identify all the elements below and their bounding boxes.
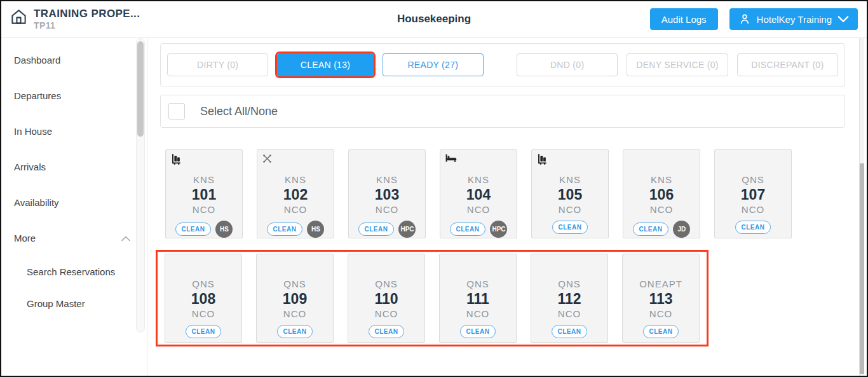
filter-deny-service[interactable]: DENY SERVICE (0) [627, 53, 728, 76]
luggage-cart-icon [170, 153, 182, 165]
sidebar-item-group-master[interactable]: Group Master [1, 287, 147, 319]
room-card[interactable]: QNS 112 NCO CLEAN [531, 254, 608, 343]
room-card[interactable]: KNS 106 NCO CLEAN JD [623, 149, 700, 238]
room-type: QNS [715, 174, 791, 185]
user-menu-button[interactable]: HotelKey Training [729, 8, 858, 30]
room-rate-plan: NCO [257, 308, 333, 319]
maintenance-icon [262, 153, 273, 164]
main-scrollbar[interactable] [859, 38, 864, 376]
sidebar-item-dashboard[interactable]: Dashboard [1, 42, 147, 78]
room-status-badge: CLEAN [460, 325, 496, 338]
sidebar-item-more[interactable]: More [1, 220, 147, 256]
room-status-badge: CLEAN [450, 223, 486, 236]
room-status-badge: CLEAN [175, 223, 212, 236]
room-card[interactable]: KNS 105 NCO CLEAN [531, 149, 609, 238]
home-icon [10, 8, 27, 28]
sidebar-item-label: Search Reservations [27, 266, 115, 277]
sidebar-item-label: Dashboard [14, 55, 60, 65]
room-number: 103 [349, 186, 425, 203]
select-all-label: Select All/None [200, 105, 278, 118]
room-card[interactable]: KNS 102 NCO CLEAN HS [257, 149, 334, 238]
room-number: 108 [165, 291, 241, 308]
page-title: Housekeeping [397, 13, 471, 25]
filter-discrepant[interactable]: DISCREPANT (0) [737, 53, 838, 76]
main-scrollbar-thumb[interactable] [860, 163, 864, 374]
sidebar-item-label: Arrivals [14, 161, 46, 172]
room-card[interactable]: ONEAPT 113 NCO CLEAN [622, 254, 700, 343]
selected-rooms-highlight: QNS 108 NCO CLEAN QNS 109 NCO CLEAN QNS … [156, 250, 709, 346]
sidebar-item-in-house[interactable]: In House [1, 113, 147, 149]
room-rate-plan: NCO [623, 204, 700, 215]
room-status-badge: CLEAN [358, 223, 395, 236]
room-card[interactable]: QNS 108 NCO CLEAN [165, 254, 242, 343]
sidebar-scrollbar-thumb[interactable] [137, 41, 144, 137]
sidebar-item-search-reservations[interactable]: Search Reservations [1, 256, 147, 287]
room-number: 113 [623, 291, 699, 308]
room-card[interactable]: QNS 110 NCO CLEAN [348, 254, 425, 343]
room-number: 105 [532, 186, 608, 203]
room-grid: KNS 101 NCO CLEAN HS KNS 102 NCO CLEAN H… [160, 149, 845, 346]
room-card[interactable]: QNS 107 NCO CLEAN [714, 149, 792, 238]
room-type: KNS [440, 174, 517, 185]
attendant-badge: HPC [490, 221, 507, 238]
property-name: TRAINING PROPE... [34, 7, 140, 20]
room-card[interactable]: QNS 111 NCO CLEAN [439, 254, 517, 343]
room-rate-plan: NCO [349, 204, 425, 215]
select-all-bar: Select All/None [160, 95, 845, 128]
filter-dnd[interactable]: DND (0) [517, 53, 618, 76]
room-number: 110 [348, 291, 424, 308]
room-rate-plan: NCO [531, 308, 607, 319]
room-type: KNS [623, 174, 700, 185]
room-number: 111 [440, 291, 516, 308]
attendant-badge: HS [215, 221, 233, 238]
room-status-badge: CLEAN [369, 325, 405, 338]
room-card[interactable]: KNS 103 NCO CLEAN HPC [348, 149, 426, 238]
filter-dirty[interactable]: DIRTY (0) [167, 53, 268, 76]
sidebar-item-label: Departures [14, 90, 61, 101]
room-status-badge: CLEAN [643, 325, 679, 338]
room-type: KNS [257, 174, 334, 185]
sidebar-item-label: Group Master [27, 298, 85, 309]
filter-clean[interactable]: CLEAN (13) [277, 53, 373, 76]
room-type: QNS [531, 278, 607, 289]
luggage-cart-icon [536, 153, 548, 165]
property-brand[interactable]: TRAINING PROPE... TP11 [10, 7, 140, 32]
sidebar-item-label: In House [14, 126, 52, 137]
sidebar-scrollbar[interactable] [136, 38, 145, 332]
property-code: TP11 [34, 20, 140, 32]
room-number: 106 [623, 186, 700, 203]
room-card[interactable]: QNS 109 NCO CLEAN [256, 254, 334, 343]
room-card[interactable]: KNS 104 NCO CLEAN HPC [440, 149, 517, 238]
room-rate-plan: NCO [348, 308, 424, 319]
room-card[interactable]: KNS 101 NCO CLEAN HS [165, 149, 243, 238]
room-status-badge: CLEAN [633, 223, 669, 236]
room-type: KNS [532, 174, 608, 185]
room-number: 112 [531, 291, 607, 308]
sidebar-item-availability[interactable]: Availability [1, 184, 147, 220]
room-rate-plan: NCO [532, 204, 608, 215]
room-rate-plan: NCO [257, 204, 334, 215]
room-row: KNS 101 NCO CLEAN HS KNS 102 NCO CLEAN H… [165, 149, 845, 238]
housekeeping-content: DIRTY (0)CLEAN (13)READY (27)DND (0)DENY… [147, 38, 867, 376]
sidebar-item-departures[interactable]: Departures [1, 78, 147, 113]
sidebar-item-label: Availability [14, 197, 59, 208]
room-type: KNS [349, 174, 425, 185]
room-row: QNS 108 NCO CLEAN QNS 109 NCO CLEAN QNS … [165, 254, 700, 343]
room-status-badge: CLEAN [186, 325, 222, 338]
room-number: 107 [715, 186, 791, 203]
select-all-checkbox[interactable] [168, 103, 185, 120]
status-filter-bar: DIRTY (0)CLEAN (13)READY (27)DND (0)DENY… [160, 43, 845, 86]
chevron-up-icon [121, 233, 130, 243]
chevron-down-icon [837, 15, 849, 23]
sidebar-item-arrivals[interactable]: Arrivals [1, 149, 147, 184]
room-type: QNS [257, 278, 333, 289]
room-number: 102 [257, 186, 334, 203]
audit-logs-button[interactable]: Audit Logs [650, 8, 718, 30]
room-rate-plan: NCO [166, 204, 242, 215]
room-rate-plan: NCO [440, 204, 517, 215]
filter-ready[interactable]: READY (27) [383, 53, 484, 76]
attendant-badge: HPC [398, 221, 416, 238]
room-status-badge: CLEAN [552, 221, 588, 234]
sidebar: Dashboard Departures In House Arrivals A… [1, 38, 147, 376]
room-rate-plan: NCO [623, 308, 699, 319]
